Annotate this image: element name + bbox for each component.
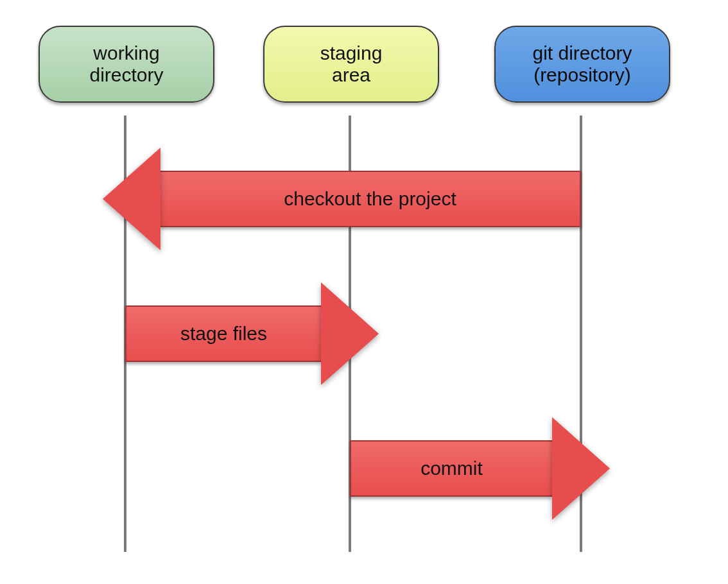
stage-staging-label: stagingarea bbox=[320, 42, 383, 87]
arrow-right-head-icon bbox=[321, 282, 379, 385]
arrow-stage-label: stage files bbox=[180, 323, 267, 345]
stage-working-label: workingdirectory bbox=[89, 42, 163, 87]
stage-repo-label: git directory(repository) bbox=[532, 42, 632, 87]
arrow-checkout-label: checkout the project bbox=[284, 188, 456, 210]
arrow-commit-label: commit bbox=[420, 458, 483, 479]
git-three-areas-diagram: workingdirectory stagingarea git directo… bbox=[0, 0, 728, 584]
arrow-commit: commit bbox=[350, 417, 610, 520]
arrow-left-head-icon bbox=[103, 148, 160, 250]
arrow-commit-shaft: commit bbox=[350, 440, 552, 497]
arrow-checkout-shaft: checkout the project bbox=[160, 171, 581, 227]
arrow-checkout: checkout the project bbox=[103, 148, 581, 250]
arrow-stage: stage files bbox=[125, 282, 379, 385]
arrow-right-head-icon bbox=[552, 417, 610, 520]
stage-staging-area: stagingarea bbox=[263, 26, 439, 103]
stage-git-directory: git directory(repository) bbox=[494, 26, 670, 103]
stage-working-directory: workingdirectory bbox=[39, 26, 214, 103]
arrow-stage-shaft: stage files bbox=[125, 305, 321, 362]
